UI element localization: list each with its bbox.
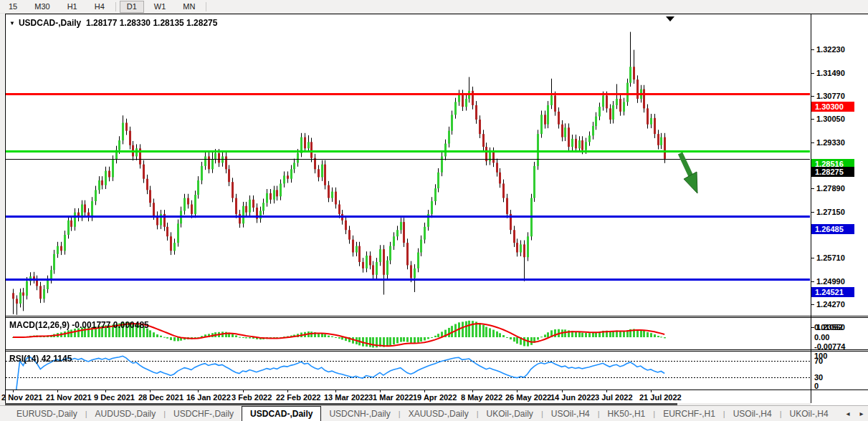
date-label: 2 Nov 2021 [1, 393, 42, 402]
price-label-1.30770: 1.30770 [816, 92, 845, 101]
date-label: 16 Jan 2022 [186, 393, 231, 402]
rsi-label: RSI(14) 42.1145 [9, 354, 72, 364]
macd-axis-label: 0.01052 [814, 323, 843, 332]
axis-tick [811, 304, 814, 305]
price-label-1.29330: 1.29330 [816, 138, 845, 147]
date-label: 8 May 2022 [461, 393, 502, 402]
date-tick [150, 390, 151, 392]
axis-tick [811, 281, 814, 282]
symbol-tab-ukoilh4[interactable]: UKOil-,H4 [782, 406, 836, 421]
timeframe-m30[interactable]: M30 [27, 1, 57, 13]
symbol-tab-usdchfdaily[interactable]: USDCHF-,Daily [166, 406, 242, 421]
axis-tick [811, 73, 814, 74]
symbol-tabbar: EURUSD-,Daily|AUDUSD-,Daily|USDCHF-,Dail… [0, 405, 868, 421]
date-tick [472, 390, 473, 392]
price-level-badge-1.24521: 1.24521 [811, 287, 854, 297]
timeframe-toolbar: 15M30H1H4D1W1MN [0, 0, 868, 14]
rsi-indicator-canvas[interactable] [6, 352, 810, 389]
axis-tick [811, 212, 814, 213]
macd-panel-bottom-border [5, 349, 868, 350]
timeframe-h4[interactable]: H4 [87, 1, 112, 13]
date-label: 19 Apr 2022 [413, 393, 457, 402]
symbol-tab-xauusddaily[interactable]: XAUUSD-,Daily [401, 406, 477, 421]
chart-symbol-label: USDCAD-,Daily [19, 18, 81, 28]
date-label: 14 Jun 2022 [550, 393, 595, 402]
price-label-1.24270: 1.24270 [816, 300, 845, 309]
chart-ohlc-values: 1.28177 1.28330 1.28135 1.28275 [86, 18, 218, 28]
date-label: 3 Jul 2022 [595, 393, 633, 402]
date-tick [606, 390, 607, 392]
date-label: 28 Dec 2021 [138, 393, 183, 402]
date-tick [105, 390, 106, 392]
axis-tick [811, 96, 814, 97]
left-gutter [0, 14, 4, 405]
date-tick [651, 390, 652, 392]
axis-tick [811, 142, 814, 143]
down-arrow-annotation-icon[interactable] [674, 150, 705, 197]
date-label: 21 Nov 2021 [46, 393, 92, 402]
chart-shift-marker-icon[interactable] [666, 16, 674, 21]
symbol-tab-hk50h1[interactable]: HK50-,H1 [600, 406, 654, 421]
symbol-tab-eurchfh1[interactable]: EURCHF-,H1 [655, 406, 723, 421]
rsi-axis-label: 0 [814, 382, 819, 390]
symbol-tab-usoilh4[interactable]: USOil-,H4 [725, 406, 780, 421]
timeframe-w1[interactable]: W1 [147, 1, 173, 13]
date-tick [424, 390, 425, 392]
tab-scroll-right-icon[interactable]: ▸ [860, 410, 864, 417]
price-label-1.32230: 1.32230 [816, 45, 845, 54]
date-tick [243, 390, 244, 392]
chart-window: ▼USDCAD-,Daily 1.28177 1.28330 1.28135 1… [0, 14, 868, 405]
timeframe-d1[interactable]: D1 [120, 1, 144, 13]
date-label: 26 May 2022 [505, 393, 551, 402]
price-level-badge-1.28275: 1.28275 [811, 167, 854, 177]
date-tick [562, 390, 563, 392]
tab-scroll-left-icon[interactable]: ◂ [846, 410, 850, 417]
date-tick [517, 390, 518, 392]
rsi-axis-label: 30 [814, 373, 823, 382]
symbol-tab-audusddaily[interactable]: AUDUSD-,Daily [87, 406, 164, 421]
rsi-panel-bottom-border [5, 389, 868, 390]
timeframe-h1[interactable]: H1 [60, 1, 85, 13]
price-label-1.25710: 1.25710 [816, 253, 845, 263]
symbol-dropdown-icon[interactable]: ▼ [9, 20, 15, 26]
date-label: 31 Mar 2022 [368, 393, 413, 402]
date-tick [13, 390, 14, 392]
axis-tick [811, 188, 814, 189]
date-label: 3 Feb 2022 [232, 393, 272, 402]
tab-scroll-arrows: ◂▸ [836, 406, 868, 421]
date-tick [57, 390, 58, 392]
toolbar-separator [115, 2, 116, 11]
date-tick [198, 390, 199, 392]
date-label: 13 Mar 2022 [324, 393, 368, 402]
symbol-tab-eurusddaily[interactable]: EURUSD-,Daily [9, 406, 85, 421]
timeframe-mn[interactable]: MN [176, 1, 202, 13]
price-label-1.30050: 1.30050 [816, 115, 845, 124]
timeframe-15[interactable]: 15 [1, 1, 24, 13]
axis-tick [811, 119, 814, 120]
macd-axis-label: -0.00774 [814, 342, 845, 351]
price-level-badge-1.26485: 1.26485 [811, 224, 854, 234]
main-panel-bottom-border [5, 316, 868, 316]
date-label: 9 Dec 2021 [94, 393, 135, 402]
axis-tick [811, 258, 814, 258]
price-label-1.24990: 1.24990 [816, 277, 845, 286]
date-tick [335, 390, 336, 392]
trading-app-window: 15M30H1H4D1W1MN ▼USDCAD-,Daily 1.28177 1… [0, 0, 868, 421]
price-label-1.27890: 1.27890 [816, 184, 845, 193]
chart-title: ▼USDCAD-,Daily 1.28177 1.28330 1.28135 1… [9, 18, 217, 28]
symbol-tab-ukoildaily[interactable]: UKOil-,Daily [479, 406, 541, 421]
macd-axis-label: 0.00 [814, 333, 829, 342]
symbol-tab-usdcnhdaily[interactable]: USDCNH-,Daily [321, 406, 398, 421]
date-tick [380, 390, 381, 392]
price-axis-separator [811, 14, 811, 403]
rsi-axis-label: 70 [814, 357, 823, 365]
symbol-tab-usdcaddaily[interactable]: USDCAD-,Daily [242, 406, 321, 421]
price-label-1.31490: 1.31490 [816, 69, 845, 78]
symbol-tab-usoilh4[interactable]: USOil-,H4 [543, 406, 598, 421]
date-tick [287, 390, 288, 392]
axis-tick [811, 49, 814, 50]
date-label: 22 Feb 2022 [276, 393, 320, 402]
price-label-1.27150: 1.27150 [816, 208, 845, 217]
date-label: 21 Jul 2022 [639, 393, 682, 402]
macd-label: MACD(12,26,9) -0.001777 0.000485 [9, 320, 149, 330]
